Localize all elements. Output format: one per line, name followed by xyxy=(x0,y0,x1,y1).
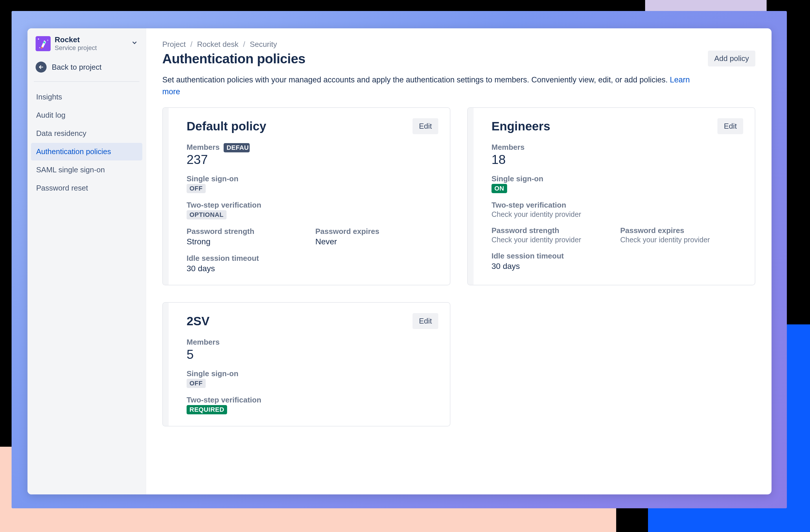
default-badge: DEFAU xyxy=(224,143,250,152)
svg-point-4 xyxy=(44,41,45,44)
sidebar-item-audit-log[interactable]: Audit log xyxy=(31,106,142,124)
pwstrength-label: Password strength xyxy=(491,226,614,235)
main-content: Project / Rocket desk / Security Authent… xyxy=(146,28,772,495)
edit-policy-button[interactable]: Edit xyxy=(412,313,438,329)
idle-value: 30 days xyxy=(491,262,743,271)
chevron-down-icon xyxy=(131,39,138,48)
sidebar-item-password-reset[interactable]: Password reset xyxy=(31,179,142,197)
idle-value: 30 days xyxy=(187,264,438,273)
idle-label: Idle session timeout xyxy=(187,254,438,263)
members-label: Members xyxy=(187,143,220,152)
breadcrumb-desk[interactable]: Rocket desk xyxy=(197,40,238,49)
policy-title: 2SV xyxy=(187,314,209,328)
project-switcher[interactable]: Rocket Service project xyxy=(28,35,146,54)
policy-card-engineers: Engineers Edit Members 18 Single sign-on… xyxy=(467,107,755,285)
policy-card-default: Default policy Edit Members DEFAU 237 Si… xyxy=(162,107,450,285)
sso-label: Single sign-on xyxy=(491,174,743,183)
breadcrumb-section[interactable]: Security xyxy=(250,40,277,49)
sidebar-item-authentication-policies[interactable]: Authentication policies xyxy=(31,143,142,161)
rocket-icon xyxy=(36,36,51,51)
project-name: Rocket xyxy=(55,35,127,44)
sso-status-badge: OFF xyxy=(187,184,206,193)
add-policy-button[interactable]: Add policy xyxy=(708,51,755,67)
sso-label: Single sign-on xyxy=(187,174,438,183)
pwexpires-subtext: Check your identity provider xyxy=(620,236,743,244)
twostep-status-badge: OPTIONAL xyxy=(187,210,227,219)
policy-title: Default policy xyxy=(187,119,266,133)
description-text: Set authentication policies with your ma… xyxy=(162,76,670,84)
members-label: Members xyxy=(187,338,438,347)
twostep-label: Two-step verification xyxy=(187,201,438,210)
twostep-status-badge: REQUIRED xyxy=(187,405,227,414)
pwstrength-label: Password strength xyxy=(187,227,310,236)
sidebar-item-data-residency[interactable]: Data residency xyxy=(31,124,142,142)
pwexpires-label: Password expires xyxy=(315,227,438,236)
members-label: Members xyxy=(491,143,743,152)
svg-point-3 xyxy=(39,47,40,48)
pwstrength-subtext: Check your identity provider xyxy=(491,236,614,244)
members-count: 18 xyxy=(491,152,743,167)
svg-point-2 xyxy=(47,39,48,40)
page-description: Set authentication policies with your ma… xyxy=(162,74,692,97)
twostep-label: Two-step verification xyxy=(491,201,743,210)
app-window: Rocket Service project Back to project I… xyxy=(28,28,772,495)
pwstrength-value: Strong xyxy=(187,237,310,246)
idle-label: Idle session timeout xyxy=(491,252,743,261)
arrow-left-icon xyxy=(36,62,47,72)
back-label: Back to project xyxy=(52,63,101,72)
members-count: 5 xyxy=(187,347,438,362)
edit-policy-button[interactable]: Edit xyxy=(717,118,743,134)
sidebar: Rocket Service project Back to project I… xyxy=(28,28,146,495)
policy-card-2sv: 2SV Edit Members 5 Single sign-on OFF xyxy=(162,302,450,427)
edit-policy-button[interactable]: Edit xyxy=(412,118,438,134)
breadcrumb: Project / Rocket desk / Security xyxy=(162,40,755,49)
sso-status-badge: OFF xyxy=(187,379,206,388)
sso-label: Single sign-on xyxy=(187,369,438,378)
members-count: 237 xyxy=(187,152,438,167)
breadcrumb-project[interactable]: Project xyxy=(162,40,186,49)
twostep-subtext: Check your identity provider xyxy=(491,210,743,219)
pwexpires-label: Password expires xyxy=(620,226,743,235)
back-to-project[interactable]: Back to project xyxy=(28,54,146,81)
twostep-label: Two-step verification xyxy=(187,396,438,404)
pwexpires-value: Never xyxy=(315,237,438,246)
project-subtitle: Service project xyxy=(55,44,127,52)
sidebar-item-saml-sso[interactable]: SAML single sign-on xyxy=(31,161,142,179)
page-title: Authentication policies xyxy=(162,51,306,67)
sidebar-nav: Insights Audit log Data residency Authen… xyxy=(28,88,146,197)
svg-point-1 xyxy=(38,38,39,39)
sidebar-item-insights[interactable]: Insights xyxy=(31,88,142,106)
sso-status-badge: ON xyxy=(491,184,507,193)
policy-title: Engineers xyxy=(491,119,550,133)
